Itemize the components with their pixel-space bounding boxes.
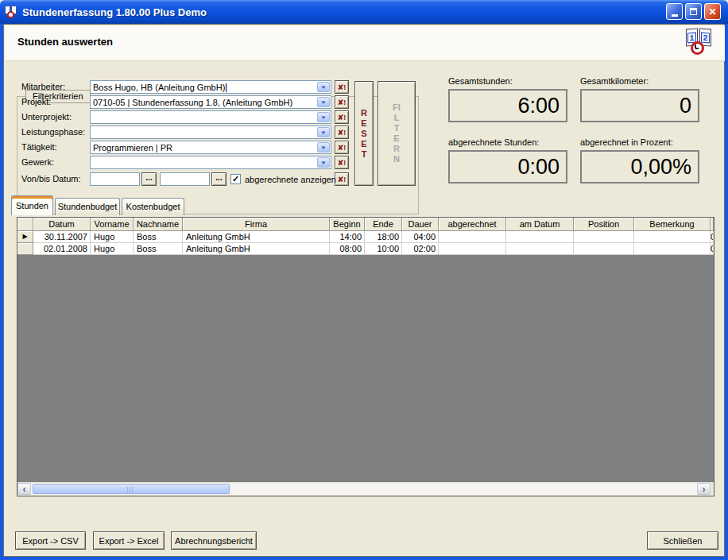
- cell-firma: Anleitung GmbH: [183, 243, 330, 255]
- titlebar[interactable]: Stundenerfassung 1.80.00 Plus Demo ✕: [0, 0, 728, 24]
- combo-value: 0710-05 | Stundenerfassung 1.8, (Anleitu…: [93, 98, 292, 107]
- cell-dauer: 04:00: [402, 231, 439, 243]
- total-hours-value: 6:00: [517, 94, 566, 118]
- cell-bemerkung: [634, 231, 711, 243]
- maximize-button[interactable]: [685, 3, 702, 20]
- client-area: Stunden auswerten 1 2 Filterkriterien Mi…: [3, 24, 725, 557]
- maximize-icon: [690, 8, 697, 15]
- table-row[interactable]: 02.01.2008 Hugo Boss Anleitung GmbH 08:0…: [17, 243, 714, 255]
- unterprojekt-combobox[interactable]: ▼: [90, 110, 331, 124]
- abgerechnete-anzeigen-checkbox[interactable]: ✓: [230, 174, 241, 184]
- close-button[interactable]: ✕: [704, 3, 721, 20]
- date-to-input[interactable]: [160, 172, 210, 186]
- filtern-button[interactable]: FILTERN: [378, 81, 416, 186]
- col-vorname[interactable]: Vorname: [91, 218, 134, 231]
- cell-nachname: Boss: [134, 231, 183, 243]
- tab-stundenbudget[interactable]: Stundenbudget: [55, 198, 120, 215]
- date-from-browse-button[interactable]: ...: [141, 172, 157, 186]
- total-hours-label: Gesamtstunden:: [448, 76, 513, 86]
- col-beginn[interactable]: Beginn: [330, 218, 365, 231]
- cell-abgerechnet: [439, 243, 506, 255]
- reset-label: RESET: [360, 108, 369, 160]
- clear-mitarbeiter-button[interactable]: ✘!: [335, 80, 349, 94]
- dropdown-button[interactable]: ▼: [317, 112, 330, 122]
- taetigkeit-combobox[interactable]: Programmieren | PR ▼: [90, 141, 331, 154]
- app-icon: [5, 6, 17, 18]
- clear-gewerk-button[interactable]: ✘!: [335, 156, 349, 169]
- clear-taetigkeit-button[interactable]: ✘!: [335, 141, 349, 154]
- combo-value: Boss Hugo, HB (Anleitung GmbH): [93, 83, 225, 92]
- total-km-value: 0: [680, 94, 698, 118]
- clear-leistungsphase-button[interactable]: ✘!: [335, 126, 349, 139]
- label-unterprojekt: Unterprojekt:: [21, 112, 72, 122]
- export-csv-button[interactable]: Export -> CSV: [15, 531, 86, 550]
- col-firma[interactable]: Firma: [183, 218, 330, 231]
- table-row[interactable]: ▶ 30.11.2007 Hugo Boss Anleitung GmbH 14…: [17, 231, 714, 243]
- dropdown-button[interactable]: ▼: [317, 82, 330, 92]
- export-excel-button[interactable]: Export -> Excel: [93, 531, 165, 550]
- cell-bemerkung: [634, 243, 711, 255]
- tab-stunden[interactable]: Stunden: [11, 195, 53, 215]
- scrollbar-thumb[interactable]: [33, 484, 230, 494]
- dropdown-button[interactable]: ▼: [317, 97, 330, 107]
- billed-pct-label: abgerechnet in Prozent:: [580, 137, 673, 147]
- dropdown-button[interactable]: ▼: [317, 127, 330, 137]
- row-selector[interactable]: [17, 243, 33, 255]
- cell-vorname: Hugo: [91, 231, 134, 243]
- page-title: Stunden auswerten: [17, 36, 113, 48]
- cell-am-datum: [506, 231, 574, 243]
- hours-book-clock-icon: 1 2: [684, 28, 714, 59]
- col-bemerkung[interactable]: Bemerkung: [634, 218, 711, 231]
- scrollbar-grip-icon: [127, 487, 134, 492]
- total-km-box: 0: [580, 89, 699, 122]
- cell-abgerechnet: [439, 231, 506, 243]
- cell-firma: Anleitung GmbH: [183, 231, 330, 243]
- schliessen-button[interactable]: Schließen: [647, 531, 718, 550]
- clear-datum-button[interactable]: ✘!: [335, 172, 349, 186]
- scrollbar-track[interactable]: [31, 483, 697, 495]
- checkbox-label: abgerechnete anzeigen: [245, 175, 336, 184]
- col-ende[interactable]: Ende: [365, 218, 402, 231]
- billed-hours-box: 0:00: [448, 150, 567, 183]
- table-empty-area: [17, 255, 714, 482]
- scroll-right-button[interactable]: ›: [697, 483, 711, 495]
- billed-hours-value: 0:00: [517, 155, 566, 180]
- reset-button[interactable]: RESET: [354, 81, 374, 186]
- tab-kostenbudget[interactable]: Kostenbudget: [122, 198, 184, 215]
- col-position[interactable]: Position: [574, 218, 634, 231]
- row-marker-icon[interactable]: ▶: [17, 231, 33, 243]
- scroll-left-button[interactable]: ‹: [17, 483, 31, 495]
- minimize-icon: [672, 14, 678, 17]
- text-caret: [226, 83, 227, 92]
- cell-dauer: 02:00: [402, 243, 439, 255]
- label-von-bis-datum: Von/bis Datum:: [21, 174, 81, 183]
- mitarbeiter-combobox[interactable]: Boss Hugo, HB (Anleitung GmbH) ▼: [90, 80, 331, 94]
- dropdown-button[interactable]: ▼: [317, 142, 330, 153]
- leistungsphase-combobox[interactable]: ▼: [90, 126, 331, 139]
- date-from-input[interactable]: [90, 172, 140, 186]
- col-abgerechnet[interactable]: abgerechnet: [439, 218, 506, 231]
- col-dauer[interactable]: Dauer: [402, 218, 439, 231]
- horizontal-scrollbar[interactable]: ‹ ›: [17, 482, 714, 496]
- cell-beginn: 08:00: [330, 243, 365, 255]
- abrechnungsbericht-button[interactable]: Abrechnungsbericht: [171, 531, 257, 550]
- cell-ende: 10:00: [365, 243, 402, 255]
- date-to-browse-button[interactable]: ...: [211, 172, 227, 186]
- cell-overflow: 0: [711, 231, 714, 243]
- window-title: Stundenerfassung 1.80.00 Plus Demo: [22, 6, 207, 18]
- header-band: Stunden auswerten 1 2: [5, 25, 725, 61]
- cell-am-datum: [506, 243, 574, 255]
- clear-projekt-button[interactable]: ✘!: [335, 95, 349, 109]
- col-nachname[interactable]: Nachname: [134, 218, 183, 231]
- col-selector: [17, 218, 33, 231]
- chevron-down-icon: ▼: [320, 160, 327, 165]
- clear-unterprojekt-button[interactable]: ✘!: [335, 110, 349, 124]
- total-hours-box: 6:00: [448, 89, 567, 122]
- cell-position: [574, 243, 634, 255]
- minimize-button[interactable]: [666, 3, 683, 20]
- col-datum[interactable]: Datum: [33, 218, 91, 231]
- gewerk-combobox[interactable]: ▼: [90, 156, 331, 169]
- projekt-combobox[interactable]: 0710-05 | Stundenerfassung 1.8, (Anleitu…: [90, 95, 331, 109]
- dropdown-button[interactable]: ▼: [317, 157, 330, 168]
- col-am-datum[interactable]: am Datum: [506, 218, 574, 231]
